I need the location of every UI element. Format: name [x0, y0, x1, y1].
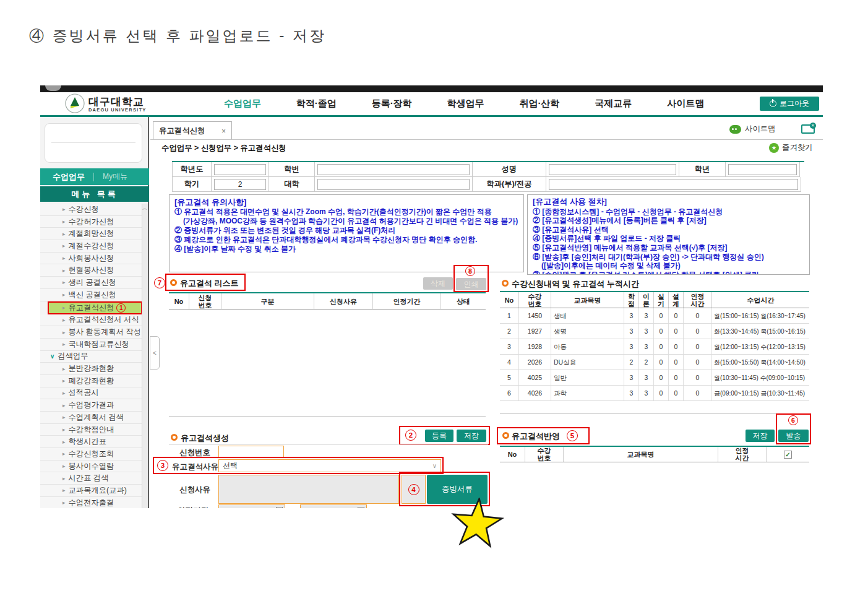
nav-item-student[interactable]: 학생업무: [447, 98, 484, 110]
table-row: 5 4025 일반 3 3 0 0 0 월(10:30~11:45) 수(09:…: [500, 370, 809, 386]
sidebar-item-sugang[interactable]: ▸수강신청: [40, 204, 142, 216]
sidebar-item-credit-guide[interactable]: ▸수강학점안내: [40, 424, 142, 436]
power-icon: [770, 100, 776, 107]
nav-item-sitemap[interactable]: 사이트맵: [667, 98, 704, 110]
sidebar-item-service-plan[interactable]: ▸봉사 활동계획서 작성: [40, 326, 142, 339]
dept-input[interactable]: [549, 179, 798, 190]
send-button[interactable]: 발송: [778, 430, 809, 442]
annotation-7-badge: 7: [154, 277, 165, 288]
student-form-row2: 학기 대학 학과(부)/전공: [172, 177, 804, 192]
sidebar-item-timetable[interactable]: ▸학생시간표: [40, 436, 142, 448]
sidebar-menu: ▸수강신청 ▸수강허가신청 ▸계절희망신청 ▸계절수강신청 ▸사회봉사신청 ▸헌…: [40, 204, 142, 508]
select-all-checkbox[interactable]: ✓: [784, 451, 792, 459]
sidebar-item-clipped[interactable]: ▸수업전자출결: [40, 497, 142, 508]
calendar-icon[interactable]: [276, 507, 283, 508]
chevron-right-icon: ▸: [62, 499, 66, 506]
sidebar-item-vaccine-absence[interactable]: ▸백신 공결신청: [40, 289, 142, 301]
nav-item-registration[interactable]: 등록·장학: [372, 98, 412, 110]
delete-button[interactable]: 삭제: [423, 277, 453, 290]
annotation-8-badge: 8: [465, 266, 475, 276]
sidebar-item-enroll-lookup[interactable]: ▸수강신청조회: [40, 448, 142, 460]
annotation-6-badge: 6: [788, 415, 798, 425]
window-close-icon[interactable]: [801, 124, 815, 134]
sidebar-item-syllabus-search[interactable]: ▸수업계획서 검색: [40, 412, 142, 424]
chevron-right-icon: ▸: [62, 329, 66, 335]
period-start-input[interactable]: [218, 504, 285, 508]
apply-section-title: 유고결석반영: [512, 431, 560, 442]
studentid-input[interactable]: [317, 164, 470, 175]
sidebar-tab-classes[interactable]: 수업업무: [53, 171, 85, 183]
sidebar-item-course-overview[interactable]: ▸교과목개요(교과): [40, 485, 142, 497]
apply-reason-textarea[interactable]: [218, 475, 399, 504]
star-highlight-icon: [447, 495, 507, 553]
nav-item-international[interactable]: 국제교류: [595, 98, 632, 110]
nav-item-career[interactable]: 취업·산학: [519, 98, 559, 110]
sidebar-item-domestic-credit[interactable]: ▸국내학점교류신청: [40, 339, 142, 351]
sidebar-item-blood-service[interactable]: ▸헌혈봉사신청: [40, 264, 142, 277]
sidebar-item-sugang-permit[interactable]: ▸수강허가신청: [40, 216, 142, 228]
chevron-right-icon: ▸: [62, 341, 66, 347]
reqno-input[interactable]: [218, 446, 284, 457]
sidebar-collapse-handle[interactable]: <: [150, 336, 160, 370]
sitemap-link[interactable]: 사이트맵: [729, 124, 776, 134]
app-header: 대구대학교 DAEGU UNIVERSITY 수업업무 학적·졸업 등록·장학 …: [40, 92, 823, 115]
sidebar-group-search[interactable]: ∨검색업무: [40, 351, 142, 363]
create-save-button[interactable]: 저장: [457, 430, 486, 442]
sidebar-item-menstrual-absence[interactable]: ▸생리 공결신청: [40, 277, 142, 289]
chevron-right-icon: ▸: [62, 426, 66, 433]
apply-reason-label: 신청사유: [179, 485, 210, 495]
orange-bullet-icon: [170, 279, 177, 286]
absence-reason-select[interactable]: 선택 ∨: [218, 459, 441, 472]
register-button[interactable]: 등록: [425, 430, 453, 442]
sidebar-item-seasonal[interactable]: ▸계절수강신청: [40, 240, 142, 253]
scroll-up-icon[interactable]: ︿: [142, 205, 148, 212]
sidebar-item-service-record[interactable]: ▸봉사이수열람: [40, 460, 142, 473]
absence-list-title: 유고결석 리스트: [180, 278, 239, 289]
print-button[interactable]: 인쇄: [456, 278, 486, 290]
chevron-down-icon: ∨: [50, 353, 54, 360]
nav-item-records[interactable]: 학적·졸업: [296, 98, 337, 110]
semester-input[interactable]: [214, 179, 266, 190]
sidebar-item-seasonal-hope[interactable]: ▸계절희망신청: [40, 228, 142, 240]
orange-bullet-icon: [171, 434, 178, 441]
sidebar-tabs: 수업업무 My메뉴: [40, 168, 149, 185]
enrollment-title: 수강신청내역 및 유고결석 누적시간: [512, 279, 639, 290]
sidebar-item-excused-absence-active[interactable]: ▸유고결석신청1: [48, 301, 142, 314]
tab-excused-absence[interactable]: 유고결석신청 ×: [153, 121, 232, 140]
sidebar-tab-mymenu[interactable]: My메뉴: [103, 171, 127, 182]
reqno-label: 신청번호: [179, 448, 210, 458]
name-input[interactable]: [549, 164, 676, 175]
chevron-right-icon: ▸: [62, 366, 66, 372]
chevron-right-icon: ▸: [62, 218, 66, 225]
grade-input[interactable]: [728, 164, 797, 175]
sidebar-item-section-status[interactable]: ▸분반강좌현황: [40, 363, 142, 375]
sidebar-scrollbar[interactable]: [142, 204, 148, 508]
header-divider: [40, 115, 823, 117]
sidebar-tab-divider: [93, 173, 94, 181]
tabstrip-divider: [150, 139, 823, 140]
apply-save-button[interactable]: 저장: [746, 430, 775, 442]
semester-label: 학기: [184, 179, 200, 189]
right-divider: [500, 413, 809, 414]
sidebar-item-cancelled-courses[interactable]: ▸폐강강좌현황: [40, 375, 142, 387]
sitemap-icon: [729, 125, 741, 134]
university-logo[interactable]: 대구대학교 DAEGU UNIVERSITY: [65, 93, 146, 116]
logout-button[interactable]: 로그아웃: [760, 97, 819, 111]
nav-item-classes[interactable]: 수업업무: [224, 98, 261, 110]
calendar-icon[interactable]: [358, 507, 364, 508]
college-input[interactable]: [317, 179, 470, 190]
close-icon[interactable]: ×: [221, 127, 226, 136]
notice-procedure: [유고결석 사용 절차] ① [종합정보시스템] - 수업업무 - 신청업무 -…: [527, 194, 810, 275]
period-label: 인정기간: [178, 506, 208, 508]
table-row: 4 2026 DU실용 2 2 0 0 0 화(15:00~15:50) 목(1…: [500, 355, 809, 370]
sidebar-item-timetable-search[interactable]: ▸시간표 검색: [40, 472, 142, 485]
year-input[interactable]: [214, 164, 266, 175]
table-row: 1 1450 생태 3 3 0 0 0 월(15:00~16:15) 월(16:…: [500, 308, 809, 324]
sidebar-item-eval-result[interactable]: ▸수업평가결과: [40, 399, 142, 412]
period-end-input[interactable]: [300, 504, 367, 508]
sidebar-item-grade-post[interactable]: ▸성적공시: [40, 387, 142, 400]
sidebar-item-absence-form[interactable]: ▸유고결석신청서 서식: [40, 314, 142, 327]
sidebar-item-social-service[interactable]: ▸사회봉사신청: [40, 253, 142, 265]
favorite-link[interactable]: ★ 즐겨찾기: [769, 142, 813, 153]
chevron-right-icon: ▸: [62, 475, 66, 482]
